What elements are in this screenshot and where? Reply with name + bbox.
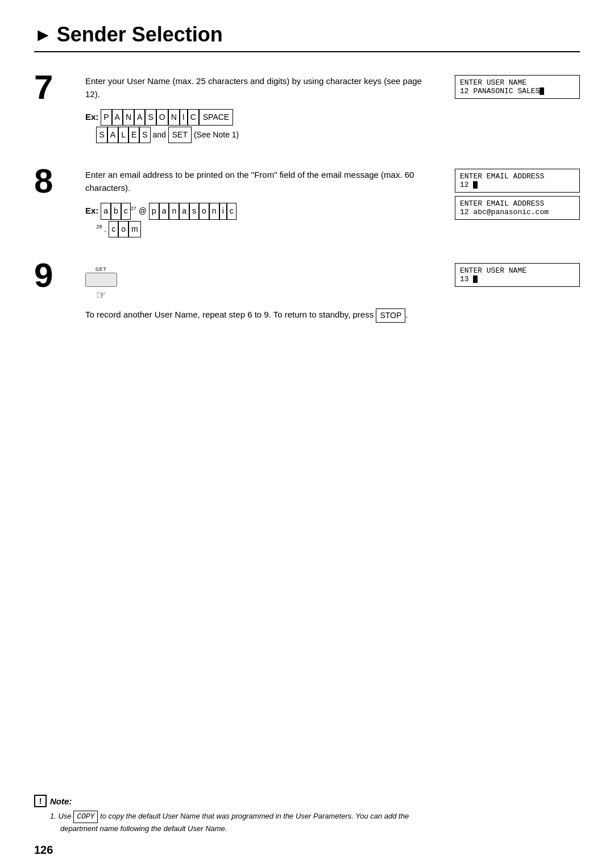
key-c2: c [227,203,237,219]
page-number: 126 [34,844,53,857]
key-L: L [118,127,128,143]
step-7-content: Enter your User Name (max. 25 characters… [80,75,438,144]
step-8-content: Enter an email address to be printed on … [80,169,438,237]
key-a: a [101,203,111,219]
key-C: C [188,109,199,126]
key-s2: s [189,203,199,219]
step-8-example: Ex: abc27 @ panasonic 28 . com [85,202,438,237]
step-8-row: 8 Enter an email address to be printed o… [34,169,580,237]
key-N2: N [168,109,180,126]
key-b: b [111,203,121,219]
step-8-screen: ENTER EMAIL ADDRESS 12 ENTER EMAIL ADDRE… [455,169,580,223]
key-a2: a [159,203,169,219]
step-9-set-button-area: SET ☞ [85,266,117,302]
step-7-example: Ex: PANASONICSPACE SALES and SET (See No… [85,108,438,144]
key-c1: c [121,203,131,219]
step-9-number: 9 [34,258,80,293]
key-N: N [123,109,134,126]
step-8-ex-label: Ex: [85,206,98,215]
key-a3: a [179,203,189,219]
key-n2: n [209,203,219,219]
step-9-screen: ENTER USER NAME 13 [455,263,580,290]
note-exclamation-icon: ! [34,795,47,807]
step-7-and: and [153,130,168,139]
key-c3: c [109,221,118,237]
note-header: ! Note: [34,795,580,807]
key-o2: o [199,203,209,219]
key-p: p [149,203,159,219]
step-7-ex-label: Ex: [85,112,98,122]
copy-key: COPY [73,811,98,823]
key-S3: S [139,127,150,143]
key-I: I [180,109,188,126]
key-P: P [101,109,111,126]
key-o3: o [118,221,128,237]
step-8-lcd2: ENTER EMAIL ADDRESS 12 abc@panasonic.com [455,196,580,220]
key-A3: A [107,127,118,143]
note-text-1: 1. Use COPY to copy the default User Nam… [34,811,580,834]
step-9-lcd: ENTER USER NAME 13 [455,263,580,287]
key-i2: i [219,203,227,219]
key-SPACE: SPACE [199,109,233,126]
key-A1: A [112,109,123,126]
step-8-number: 8 [34,164,80,198]
key-E: E [128,127,139,143]
step-7-description: Enter your User Name (max. 25 characters… [85,75,438,101]
step-9-description: To record another User Name, repeat step… [85,308,438,323]
key-SET7: SET [168,127,192,143]
stop-key: STOP [376,308,405,323]
step-9-row: 9 SET ☞ To record another User Name, rep… [34,263,580,323]
sup-28: 28 [96,224,102,229]
step-7-screen: ENTER USER NAME 12 PANASONIC SALES [455,75,580,102]
step-8-lcd1: ENTER EMAIL ADDRESS 12 [455,169,580,193]
page-content: ► Sender Selection 7 Enter your User Nam… [0,0,614,868]
step-9-content: SET ☞ To record another User Name, repea… [80,263,438,323]
key-n: n [169,203,179,219]
step-8-description: Enter an email address to be printed on … [85,169,438,194]
sup-27: 27 [131,206,136,212]
set-label-small: SET [96,266,107,272]
key-O: O [156,109,168,126]
note-section: ! Note: 1. Use COPY to copy the default … [34,795,580,834]
key-S: S [145,109,156,126]
key-m: m [128,221,141,237]
hand-icon: ☞ [96,288,106,302]
step-7-lcd: ENTER USER NAME 12 PANASONIC SALES [455,75,580,99]
step-7-row: 7 Enter your User Name (max. 25 characte… [34,75,580,144]
at-sign: @ [139,206,149,215]
set-key-button [85,273,117,287]
dot-sign: . [104,224,109,233]
step-7-number: 7 [34,70,80,105]
note-label: Note: [50,796,72,806]
page-title: Sender Selection [57,23,223,47]
step-7-note-ref: (See Note 1) [194,130,239,139]
key-S2: S [96,127,107,143]
title-arrow-icon: ► [34,24,52,45]
page-title-section: ► Sender Selection [34,23,580,52]
key-A2: A [134,109,145,126]
